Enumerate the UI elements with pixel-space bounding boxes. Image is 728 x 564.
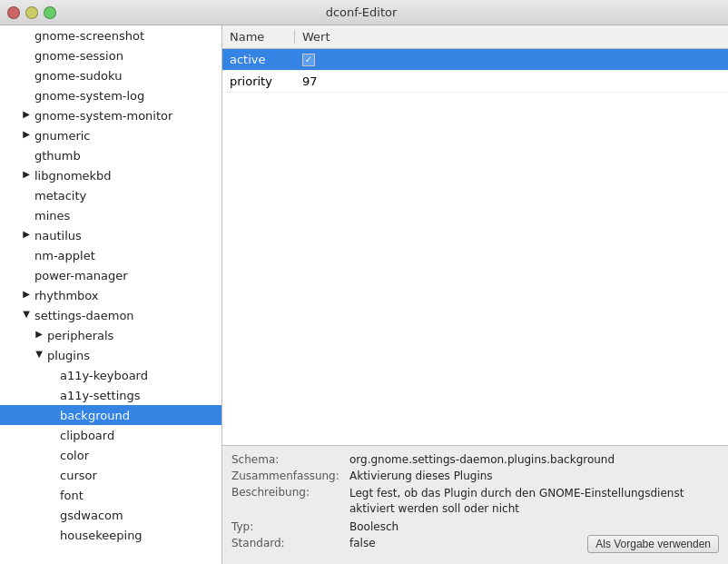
tree-label-nautilus: nautilus <box>34 229 82 242</box>
tree-item-background[interactable]: background <box>0 405 221 425</box>
minimize-button[interactable] <box>25 6 38 19</box>
col-name-header: Name <box>222 30 295 44</box>
tree-label-cursor: cursor <box>60 469 97 482</box>
tree-item-libgnomekbd[interactable]: libgnomekbd <box>0 165 221 185</box>
tree-spacer-color <box>45 449 58 461</box>
cell-name-priority-row: priority <box>222 74 295 88</box>
tree-arrow-gnome-system-monitor <box>20 109 33 122</box>
tree-label-gsdwacom: gsdwacom <box>60 509 123 522</box>
tree-spacer-gnome-system-log <box>20 89 33 102</box>
tree-item-color[interactable]: color <box>0 445 221 465</box>
tree-spacer-metacity <box>20 189 33 202</box>
tree-item-font[interactable]: font <box>0 485 221 505</box>
titlebar: dconf-Editor <box>0 0 728 25</box>
tree-label-rhythmbox: rhythmbox <box>34 289 99 302</box>
cell-value-priority-row: 97 <box>295 74 325 88</box>
tree-spacer-a11y-keyboard <box>45 369 58 381</box>
maximize-button[interactable] <box>44 6 56 19</box>
tree-item-cursor[interactable]: cursor <box>0 465 221 485</box>
tree-label-mines: mines <box>34 209 70 223</box>
tree-label-housekeeping: housekeeping <box>60 529 143 542</box>
cell-value-active-row: ✓ <box>295 54 322 66</box>
tree-item-gnome-session[interactable]: gnome-session <box>0 45 221 65</box>
tree-label-gthumb: gthumb <box>34 149 81 163</box>
close-button[interactable] <box>7 6 20 19</box>
tree-label-gnome-session: gnome-session <box>34 49 123 63</box>
reset-button[interactable]: Als Vorgabe verwenden <box>587 535 719 553</box>
tree-item-gnome-system-log[interactable]: gnome-system-log <box>0 85 221 105</box>
tree-spacer-mines <box>20 209 33 222</box>
tree-item-gnome-system-monitor[interactable]: gnome-system-monitor <box>0 105 221 125</box>
tree-label-power-manager: power-manager <box>34 269 127 282</box>
description-label: Beschreibung: <box>231 486 349 499</box>
summary-row: Zusammenfassung: Aktivierung dieses Plug… <box>231 470 719 482</box>
tree-label-gnome-system-monitor: gnome-system-monitor <box>34 109 172 123</box>
table-body: active✓priority97 <box>222 49 728 445</box>
tree-label-gnome-sudoku: gnome-sudoku <box>34 69 122 83</box>
type-label: Typ: <box>231 520 349 533</box>
tree-item-settings-daemon[interactable]: settings-daemon <box>0 305 221 325</box>
tree-label-gnumeric: gnumeric <box>34 129 91 143</box>
tree-item-clipboard[interactable]: clipboard <box>0 425 221 445</box>
tree-label-nm-applet: nm-applet <box>34 249 95 262</box>
tree-item-plugins[interactable]: plugins <box>0 345 221 365</box>
tree-spacer-nm-applet <box>20 249 33 262</box>
window-title: dconf-Editor <box>326 5 398 19</box>
tree-item-gnome-sudoku[interactable]: gnome-sudoku <box>0 65 221 85</box>
tree-spacer-gsdwacom <box>45 509 58 521</box>
tree-item-a11y-keyboard[interactable]: a11y-keyboard <box>0 365 221 385</box>
default-label: Standard: <box>231 537 349 549</box>
tree-item-mines[interactable]: mines <box>0 205 221 225</box>
tree-spacer-background <box>45 409 58 421</box>
tree-item-housekeeping[interactable]: housekeeping <box>0 525 221 545</box>
type-value: Boolesch <box>349 520 719 533</box>
info-panel: Schema: org.gnome.settings-daemon.plugin… <box>222 445 728 564</box>
cell-name-active-row: active <box>222 53 295 66</box>
tree-spacer-gthumb <box>20 149 33 162</box>
tree-item-gthumb[interactable]: gthumb <box>0 145 221 165</box>
tree-spacer-gnome-session <box>20 49 33 62</box>
tree-label-a11y-keyboard: a11y-keyboard <box>60 369 148 382</box>
checkbox-active-row[interactable]: ✓ <box>302 54 315 66</box>
tree-label-plugins: plugins <box>47 349 90 362</box>
table-row-active-row[interactable]: active✓ <box>222 49 728 71</box>
tree-arrow-nautilus <box>20 229 33 242</box>
table-row-priority-row[interactable]: priority97 <box>222 71 728 93</box>
tree-label-font: font <box>60 489 84 502</box>
tree-arrow-gnumeric <box>20 129 33 142</box>
tree-item-gnome-screenshot[interactable]: gnome-screenshot <box>0 25 221 45</box>
tree-item-power-manager[interactable]: power-manager <box>0 265 221 285</box>
tree-spacer-power-manager <box>20 269 33 282</box>
tree-label-metacity: metacity <box>34 189 86 203</box>
tree-item-rhythmbox[interactable]: rhythmbox <box>0 285 221 305</box>
schema-value: org.gnome.settings-daemon.plugins.backgr… <box>349 453 719 466</box>
tree-label-peripherals: peripherals <box>47 329 113 342</box>
schema-label: Schema: <box>231 453 349 466</box>
summary-label: Zusammenfassung: <box>231 470 349 482</box>
description-value: Legt fest, ob das Plugin durch den GNOME… <box>349 486 719 517</box>
tree-item-metacity[interactable]: metacity <box>0 185 221 205</box>
default-row: Standard: false Als Vorgabe verwenden <box>231 537 719 553</box>
tree-label-libgnomekbd: libgnomekbd <box>34 169 112 183</box>
tree-label-background: background <box>60 409 130 422</box>
tree-item-peripherals[interactable]: peripherals <box>0 325 221 345</box>
tree-item-gnumeric[interactable]: gnumeric <box>0 125 221 145</box>
tree-label-a11y-settings: a11y-settings <box>60 389 141 402</box>
default-value: false Als Vorgabe verwenden <box>349 537 719 553</box>
table-header: Name Wert <box>222 25 728 49</box>
tree-spacer-cursor <box>45 469 58 481</box>
tree-item-nm-applet[interactable]: nm-applet <box>0 245 221 265</box>
schema-row: Schema: org.gnome.settings-daemon.plugin… <box>231 453 719 466</box>
tree-label-clipboard: clipboard <box>60 429 114 442</box>
tree-item-nautilus[interactable]: nautilus <box>0 225 221 245</box>
tree-item-a11y-settings[interactable]: a11y-settings <box>0 385 221 405</box>
tree-label-color: color <box>60 449 89 462</box>
type-row: Typ: Boolesch <box>231 520 719 533</box>
tree-spacer-clipboard <box>45 429 58 441</box>
tree-item-gsdwacom[interactable]: gsdwacom <box>0 505 221 525</box>
tree-spacer-gnome-sudoku <box>20 69 33 82</box>
tree-spacer-font <box>45 489 58 501</box>
tree-label-settings-daemon: settings-daemon <box>34 309 134 322</box>
tree-spacer-a11y-settings <box>45 389 58 401</box>
right-panel: Name Wert active✓priority97 Schema: org.… <box>222 25 728 564</box>
